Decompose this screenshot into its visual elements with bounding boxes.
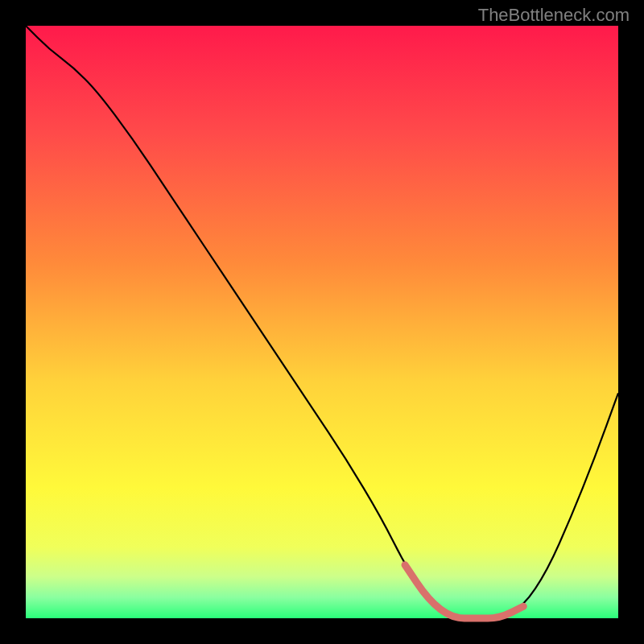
watermark-label: TheBottleneck.com (478, 5, 630, 26)
bottleneck-chart (0, 0, 644, 644)
